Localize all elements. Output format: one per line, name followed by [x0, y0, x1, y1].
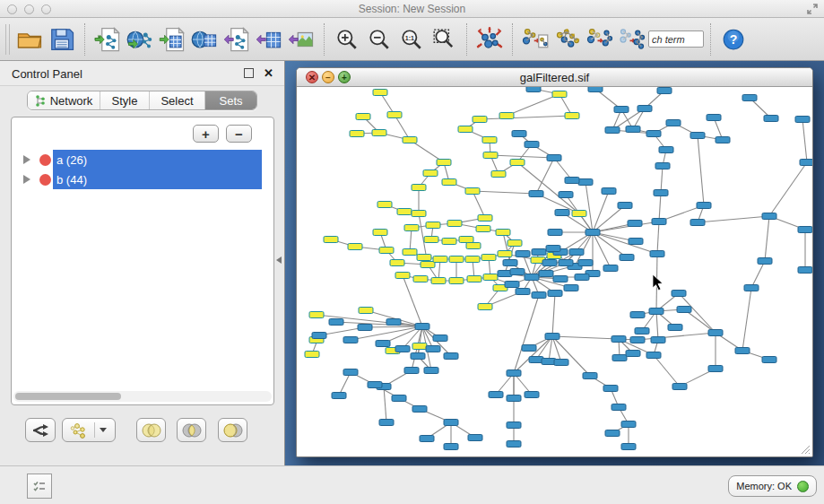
control-panel-tabbar: Network Style Select Sets	[27, 91, 257, 110]
scrollbar-thumb[interactable]	[15, 393, 121, 400]
import-network-file-button[interactable]	[91, 22, 124, 57]
graph-node-blue	[672, 384, 687, 390]
import-network-web-button[interactable]	[124, 22, 156, 57]
graph-node-yellow	[458, 126, 473, 133]
graph-node-yellow	[395, 273, 410, 279]
set-row[interactable]: a (26)	[13, 150, 273, 169]
search-input[interactable]	[648, 30, 704, 48]
first-neighbors-button[interactable]	[584, 22, 616, 57]
expand-icon[interactable]	[806, 3, 819, 15]
graph-node-yellow	[373, 230, 387, 236]
graph-node-blue	[697, 203, 711, 209]
tab-network[interactable]: Network	[28, 91, 100, 109]
graph-node-blue	[554, 360, 568, 366]
zoom-in-button[interactable]	[331, 22, 363, 57]
export-image-icon	[288, 26, 315, 53]
graph-node-blue	[415, 324, 429, 330]
memory-status-button[interactable]: Memory: OK	[728, 475, 817, 497]
tab-style[interactable]: Style	[100, 91, 150, 109]
graph-node-blue	[626, 351, 640, 357]
tab-select[interactable]: Select	[150, 91, 205, 109]
expander-triangle-icon[interactable]	[23, 175, 30, 184]
graph-node-blue	[762, 213, 776, 220]
graph-node-blue	[585, 230, 600, 236]
select-from-network-button[interactable]	[551, 22, 584, 57]
tab-network-label: Network	[50, 94, 93, 108]
close-panel-button[interactable]: ✕	[264, 66, 273, 80]
import-table-file-icon	[159, 26, 186, 53]
set-dot-icon	[39, 174, 51, 186]
mouse-cursor	[652, 274, 664, 291]
graph-node-yellow	[449, 256, 464, 263]
apply-layout-button[interactable]	[473, 22, 506, 57]
union-button[interactable]	[136, 418, 166, 442]
graph-node-blue	[512, 131, 526, 137]
graph-node-blue	[555, 210, 569, 216]
export-network-button[interactable]	[221, 22, 253, 57]
graph-node-blue	[525, 274, 539, 281]
export-table-button[interactable]	[253, 22, 285, 57]
graph-node-blue	[329, 319, 343, 326]
tab-style-label: Style	[112, 94, 138, 108]
intersection-button[interactable]	[177, 418, 206, 442]
help-button[interactable]: ?	[717, 22, 750, 57]
new-network-from-selection-button[interactable]	[519, 22, 551, 57]
save-floppy-icon	[48, 26, 75, 53]
add-set-button[interactable]: +	[193, 125, 219, 143]
set-row[interactable]: b (44)	[13, 169, 273, 189]
sets-actions	[0, 418, 284, 443]
export-image-button[interactable]	[285, 22, 317, 57]
split-sets-button[interactable]	[25, 418, 56, 442]
graph-node-blue	[672, 291, 686, 297]
graph-node-blue	[659, 147, 673, 153]
toolbar-drag-handle[interactable]	[5, 24, 10, 55]
expand-selection-button[interactable]	[616, 22, 648, 57]
expander-triangle-icon[interactable]	[23, 155, 30, 164]
save-session-button[interactable]	[46, 22, 78, 57]
network-frame-titlebar[interactable]: ✕ − + galFiltered.sif	[297, 68, 812, 87]
tab-sets[interactable]: Sets	[205, 91, 256, 109]
graph-node-blue	[433, 335, 447, 342]
chevron-down-icon[interactable]	[100, 428, 107, 432]
graph-node-blue	[657, 88, 672, 94]
network-canvas[interactable]	[297, 87, 812, 456]
graph-node-yellow	[433, 256, 447, 263]
network-frame[interactable]: ✕ − + galFiltered.sif	[296, 67, 813, 457]
graph-node-blue	[690, 220, 705, 226]
graph-node-blue	[605, 430, 620, 437]
zoom-out-button[interactable]	[363, 22, 395, 57]
graph-node-blue	[742, 95, 757, 101]
difference-button[interactable]	[218, 418, 247, 442]
graph-node-blue	[444, 444, 458, 450]
zoom-in-icon	[335, 28, 359, 51]
tab-sets-label: Sets	[219, 94, 242, 108]
graph-node-blue	[638, 106, 652, 112]
network-graph[interactable]	[297, 87, 812, 456]
graph-node-yellow	[390, 260, 404, 266]
import-table-file-button[interactable]	[156, 22, 188, 57]
graph-node-blue	[424, 368, 438, 374]
remove-set-button[interactable]: −	[226, 125, 252, 143]
graph-node-blue	[312, 333, 326, 339]
help-icon: ?	[722, 28, 745, 51]
graph-node-yellow	[437, 160, 451, 166]
create-set-from-network-button[interactable]	[62, 418, 116, 442]
graph-node-blue	[677, 307, 691, 313]
float-panel-button[interactable]	[244, 68, 254, 78]
open-session-button[interactable]	[13, 22, 46, 57]
graph-node-blue	[444, 353, 458, 360]
task-history-button[interactable]	[27, 474, 52, 499]
graph-node-blue	[516, 251, 530, 257]
toolbar-separator	[324, 23, 325, 56]
graph-node-blue	[392, 395, 406, 402]
zoom-fit-selected-button[interactable]	[428, 22, 460, 57]
export-network-icon	[223, 26, 250, 53]
zoom-actual-size-button[interactable]: 1:1	[395, 22, 428, 57]
horizontal-scrollbar[interactable]	[13, 391, 272, 402]
graph-node-blue	[411, 353, 425, 360]
panel-collapse-arrow[interactable]	[276, 256, 282, 264]
graph-node-yellow	[305, 352, 319, 358]
resize-grip[interactable]	[798, 442, 811, 455]
graph-node-yellow	[442, 239, 456, 245]
import-table-web-button[interactable]	[188, 22, 221, 57]
